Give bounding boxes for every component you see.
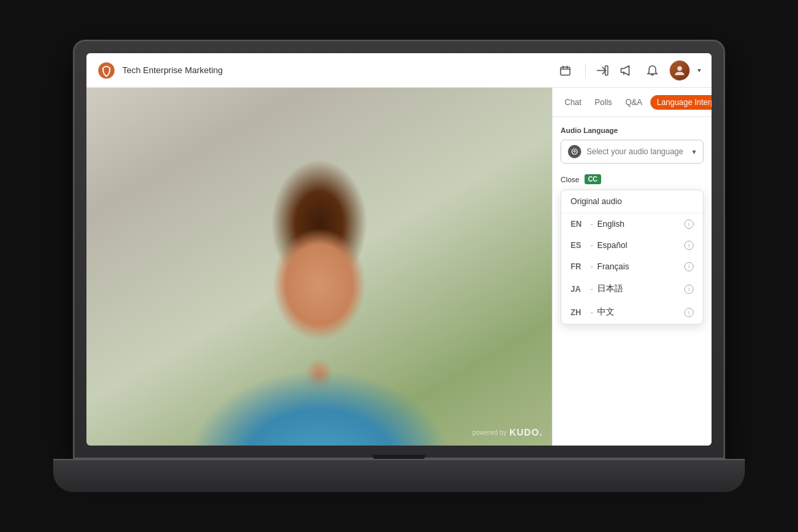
- lang-code-fr: FR: [571, 262, 587, 271]
- avatar-chevron[interactable]: ▾: [698, 66, 701, 74]
- app-screen: Tech Enterprise Marketing: [86, 53, 712, 446]
- laptop-base: [53, 459, 745, 492]
- info-icon-es[interactable]: i: [684, 241, 694, 250]
- bell-icon[interactable]: [643, 61, 662, 80]
- panel-content: Audio Language Select your audio langu: [553, 117, 712, 446]
- brand-prefix: powered by: [472, 429, 507, 436]
- lang-name-es: Español: [597, 241, 627, 250]
- sidebar-panel: Chat Polls Q&A Language Interpretation A…: [552, 88, 712, 446]
- app-header: Tech Enterprise Marketing: [86, 53, 712, 88]
- lang-code-ja: JA: [571, 285, 587, 294]
- lang-name-en: English: [597, 219, 624, 229]
- tab-qa[interactable]: Q&A: [620, 94, 647, 111]
- svg-point-5: [678, 66, 682, 70]
- lang-name-ja: 日本語: [597, 283, 623, 295]
- tab-chat[interactable]: Chat: [559, 94, 587, 111]
- close-button[interactable]: Close: [561, 176, 579, 184]
- lang-code-en: EN: [571, 219, 587, 229]
- video-brand: powered by KUDO.: [472, 427, 543, 438]
- svg-rect-1: [561, 67, 570, 75]
- cc-badge[interactable]: CC: [585, 174, 600, 184]
- tabs-row: Chat Polls Q&A Language Interpretation: [553, 88, 712, 117]
- header-divider: [585, 64, 586, 77]
- tab-polls[interactable]: Polls: [589, 94, 617, 111]
- audio-select-icon: [568, 145, 581, 158]
- exit-button[interactable]: [597, 65, 608, 76]
- svg-rect-2: [563, 66, 564, 68]
- language-dropdown: Original audio EN - English i ES: [561, 190, 704, 325]
- info-icon-en[interactable]: i: [684, 219, 694, 229]
- tab-language-interpretation[interactable]: Language Interpretation: [650, 95, 712, 110]
- app-logo: [97, 61, 116, 80]
- audio-select-placeholder: Select your audio language: [587, 147, 692, 156]
- audio-select-chevron: ▾: [692, 148, 696, 156]
- lang-code-zh: ZH: [571, 308, 587, 317]
- video-feed: powered by KUDO.: [86, 88, 552, 446]
- header-controls: ▾: [556, 61, 701, 80]
- laptop-screen-body: Tech Enterprise Marketing: [73, 40, 725, 459]
- lang-dash-zh: -: [591, 308, 593, 317]
- lang-name-fr: Français: [597, 262, 629, 271]
- user-avatar[interactable]: [670, 61, 690, 80]
- lang-dash-es: -: [591, 241, 593, 250]
- info-icon-zh[interactable]: i: [684, 308, 694, 317]
- lang-dash-fr: -: [591, 262, 593, 271]
- megaphone-icon[interactable]: [616, 61, 635, 80]
- lang-dash-en: -: [591, 219, 593, 229]
- video-area: powered by KUDO.: [86, 88, 552, 446]
- laptop-container: Tech Enterprise Marketing: [73, 40, 725, 492]
- dropdown-item-zh[interactable]: ZH - 中文 i: [561, 301, 703, 324]
- dropdown-item-fr[interactable]: FR - Français i: [561, 256, 703, 277]
- meeting-title: Tech Enterprise Marketing: [122, 65, 556, 75]
- video-person-layer: [86, 88, 552, 446]
- dropdown-original-audio[interactable]: Original audio: [561, 190, 703, 213]
- audio-language-selector[interactable]: Select your audio language ▾: [561, 140, 704, 164]
- app-body: powered by KUDO. Chat Polls Q&A Language…: [86, 88, 712, 446]
- lang-dash-ja: -: [591, 285, 593, 294]
- info-icon-fr[interactable]: i: [684, 262, 694, 271]
- info-icon-ja[interactable]: i: [684, 285, 694, 294]
- close-cc-bar: Close CC: [561, 172, 704, 190]
- svg-rect-3: [567, 66, 568, 68]
- audio-language-label: Audio Language: [561, 126, 704, 134]
- lang-code-es: ES: [571, 241, 587, 250]
- dropdown-item-es[interactable]: ES - Español i: [561, 235, 703, 256]
- lang-name-zh: 中文: [597, 307, 614, 318]
- kudo-brand-name: KUDO.: [509, 427, 543, 438]
- calendar-icon[interactable]: [556, 61, 575, 80]
- dropdown-item-en[interactable]: EN - English i: [561, 213, 703, 235]
- dropdown-item-ja[interactable]: JA - 日本語 i: [561, 277, 703, 301]
